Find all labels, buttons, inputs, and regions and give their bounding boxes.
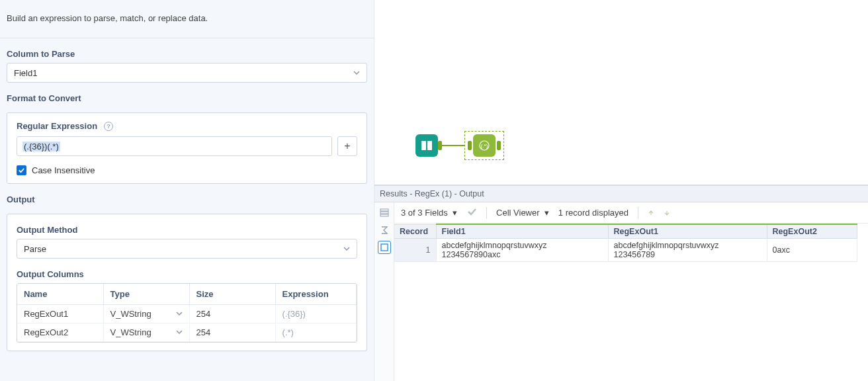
output-columns-grid: Name Type Size Expression RegExOut1 V_WS… [17,283,357,343]
regex-tool-icon[interactable]: (.*) [473,134,496,157]
svg-rect-4 [380,212,388,214]
cell-name[interactable]: RegExOut1 [17,305,103,323]
cell-type[interactable]: V_WString [103,305,189,323]
svg-rect-6 [381,244,388,251]
svg-rect-0 [421,141,426,150]
column-to-parse-value: Field1 [14,68,37,78]
cell-expression: (.*) [275,323,357,342]
sigma-icon[interactable] [378,224,391,237]
cell-type[interactable]: V_WString [103,323,189,342]
config-panel: Build an expression to parse, match, or … [0,0,374,381]
connection-line [442,145,464,146]
input-tool-icon[interactable] [415,134,438,157]
svg-rect-5 [380,214,388,216]
results-gutter [374,202,394,381]
arrow-down-icon[interactable] [664,207,670,218]
cell-regexout1: abcdefghijklmnopqrstuvwxyz 123456789 [608,239,767,262]
output-anchor-icon[interactable] [497,141,501,150]
help-icon[interactable]: ? [104,122,113,131]
col-record[interactable]: Record [394,224,436,239]
arrow-up-icon[interactable] [648,207,654,218]
cell-viewer-dropdown[interactable]: Cell Viewer ▾ [496,208,549,218]
col-size-header: Size [189,284,275,305]
column-to-parse-select[interactable]: Field1 [7,63,367,83]
cell-expression: (.{36}) [275,305,357,323]
regex-label: Regular Expression [17,121,97,131]
col-regexout1[interactable]: RegExOut1 [608,224,767,239]
col-field1[interactable]: Field1 [436,224,608,239]
input-anchor-icon[interactable] [468,141,472,150]
check-icon[interactable] [466,206,477,219]
results-toolbar: 3 of 3 Fields ▾ Cell Viewer ▾ 1 record d… [394,202,868,224]
case-insensitive-label: Case Insensitive [32,165,95,175]
chevron-down-icon [353,68,360,78]
record-count: 1 record displayed [558,208,629,218]
col-name-header: Name [17,284,103,305]
output-method-label: Output Method [17,225,357,235]
cell-record: 1 [394,239,436,262]
chevron-down-icon [176,309,183,319]
right-panel: (.*) Results - RegEx (1) - Output [374,0,868,381]
chevron-down-icon [176,327,183,337]
fields-summary[interactable]: 3 of 3 Fields ▾ [401,208,457,218]
table-row: RegExOut2 V_WString 254 (.*) [17,323,357,342]
cell-name[interactable]: RegExOut2 [17,323,103,342]
config-description: Build an expression to parse, match, or … [0,0,374,38]
column-to-parse-label: Column to Parse [0,38,374,63]
output-method-value: Parse [24,244,46,254]
metadata-view-icon[interactable] [378,206,391,220]
svg-text:(.*): (.*) [481,143,488,149]
cell-size[interactable]: 254 [189,323,275,342]
col-type-header: Type [103,284,189,305]
results-table: Record Field1 RegExOut1 RegExOut2 1 abcd… [394,224,857,262]
table-row: RegExOut1 V_WString 254 (.{36}) [17,305,357,323]
format-card: Regular Expression ? (.{36})(.*) + Case … [7,112,367,184]
output-method-select[interactable]: Parse [17,239,357,259]
results-header: Results - RegEx (1) - Output [374,185,868,202]
col-expression-header: Expression [275,284,357,305]
cell-regexout2: 0axc [767,239,857,262]
regex-value: (.{36})(.*) [22,142,60,151]
chevron-down-icon [343,244,350,254]
cell-size[interactable]: 254 [189,305,275,323]
format-label: Format to Convert [0,83,374,107]
output-columns-label: Output Columns [17,269,357,279]
case-insensitive-checkbox[interactable] [17,165,26,175]
regex-tool-selected[interactable]: (.*) [464,131,504,160]
workflow-canvas[interactable]: (.*) [374,0,868,185]
data-view-icon[interactable] [378,241,391,254]
regex-add-button[interactable]: + [337,136,357,156]
col-regexout2[interactable]: RegExOut2 [767,224,857,239]
table-row[interactable]: 1 abcdefghijklmnopqrstuvwxyz 1234567890a… [394,239,857,262]
svg-rect-1 [427,141,432,150]
output-label: Output [0,184,374,208]
svg-rect-3 [380,209,388,211]
regex-input[interactable]: (.{36})(.*) [17,136,332,156]
cell-field1: abcdefghijklmnopqrstuvwxyz 1234567890axc [436,239,608,262]
output-card: Output Method Parse Output Columns Name … [7,214,367,351]
